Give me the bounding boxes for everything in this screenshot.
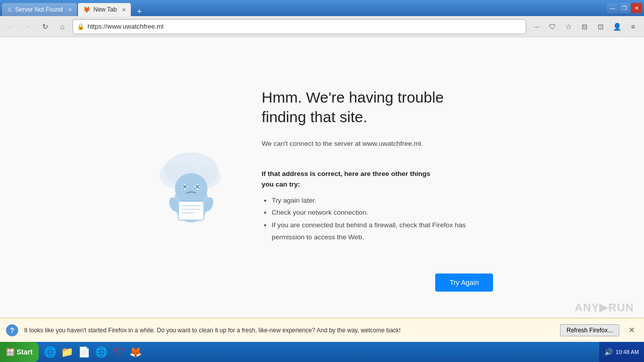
home-button[interactable]: ⌂ — [55, 20, 69, 34]
tab-new-label: New Tab — [94, 6, 117, 13]
back-button[interactable]: ← — [4, 20, 18, 34]
bookmark-button[interactable]: ☆ — [561, 20, 576, 34]
svg-point-4 — [175, 173, 208, 204]
error-option-2: Check your network connection. — [272, 207, 493, 219]
address-bar[interactable]: 🔒 https://www.uwatchfree.ml — [72, 19, 526, 34]
error-illustration — [151, 143, 231, 236]
error-option-3: If you are connected but behind a firewa… — [272, 219, 493, 244]
title-bar: ⚠ Server Not Found ✕ 🦊 New Tab ✕ + — ❐ ✕ — [0, 0, 644, 16]
shield-button[interactable]: 🛡 — [545, 20, 559, 34]
tab-error-label: Server Not Found — [15, 6, 63, 13]
account-button[interactable]: 👤 — [610, 20, 624, 34]
notification-icon: ? — [6, 324, 18, 336]
refresh-firefox-button[interactable]: Refresh Firefox... — [560, 324, 619, 336]
anyrun-watermark: ANY▶RUN — [575, 301, 634, 314]
try-again-button[interactable]: Try Again — [435, 274, 493, 292]
error-title: Hmm. We're having trouble finding that s… — [262, 87, 493, 127]
tab-error-icon: ⚠ — [7, 7, 12, 13]
synced-tabs-button[interactable]: ⊟ — [578, 20, 592, 34]
tab-server-not-found[interactable]: ⚠ Server Not Found ✕ — [2, 3, 77, 16]
minimize-button[interactable]: — — [607, 3, 618, 13]
tab-firefox-icon: 🦊 — [83, 6, 91, 13]
notification-close[interactable]: ✕ — [625, 324, 638, 336]
forward-button[interactable]: → — [21, 20, 35, 34]
error-page: Hmm. We're having trouble finding that s… — [0, 37, 644, 342]
navigation-bar: ← → ↻ ⌂ 🔒 https://www.uwatchfree.ml ··· … — [0, 16, 644, 37]
refresh-button[interactable]: ↻ — [38, 20, 52, 34]
nav-right-buttons: ··· 🛡 ☆ ⊟ ⊡ 👤 ≡ — [529, 20, 640, 34]
page-content: Hmm. We're having trouble finding that s… — [0, 37, 644, 342]
restore-button[interactable]: ❐ — [619, 3, 630, 13]
sidebar-button[interactable]: ⊡ — [594, 20, 608, 34]
error-options-title: If that address is correct, here are thr… — [262, 159, 493, 190]
tab-new-tab[interactable]: 🦊 New Tab ✕ — [78, 3, 131, 16]
tab-new-close[interactable]: ✕ — [122, 7, 126, 13]
error-text-block: Hmm. We're having trouble finding that s… — [262, 87, 493, 292]
svg-rect-11 — [179, 201, 204, 220]
notification-bar: ? It looks like you haven't started Fire… — [0, 318, 644, 342]
menu-button[interactable]: ≡ — [626, 20, 640, 34]
lock-icon: 🔒 — [77, 23, 85, 30]
tabs-area: ⚠ Server Not Found ✕ 🦊 New Tab ✕ + — [2, 0, 145, 16]
close-button[interactable]: ✕ — [631, 3, 642, 13]
new-tab-button[interactable]: + — [134, 7, 144, 16]
error-options-list: Try again later. Check your network conn… — [262, 195, 493, 243]
tab-error-close[interactable]: ✕ — [68, 7, 72, 13]
url-text: https://www.uwatchfree.ml — [88, 23, 522, 30]
window-controls: — ❐ ✕ — [607, 3, 642, 13]
error-option-1: Try again later. — [272, 195, 493, 207]
notification-text: It looks like you haven't started Firefo… — [24, 327, 554, 334]
more-button[interactable]: ··· — [529, 20, 543, 34]
error-subtitle: We can't connect to the server at www.uw… — [262, 139, 493, 149]
